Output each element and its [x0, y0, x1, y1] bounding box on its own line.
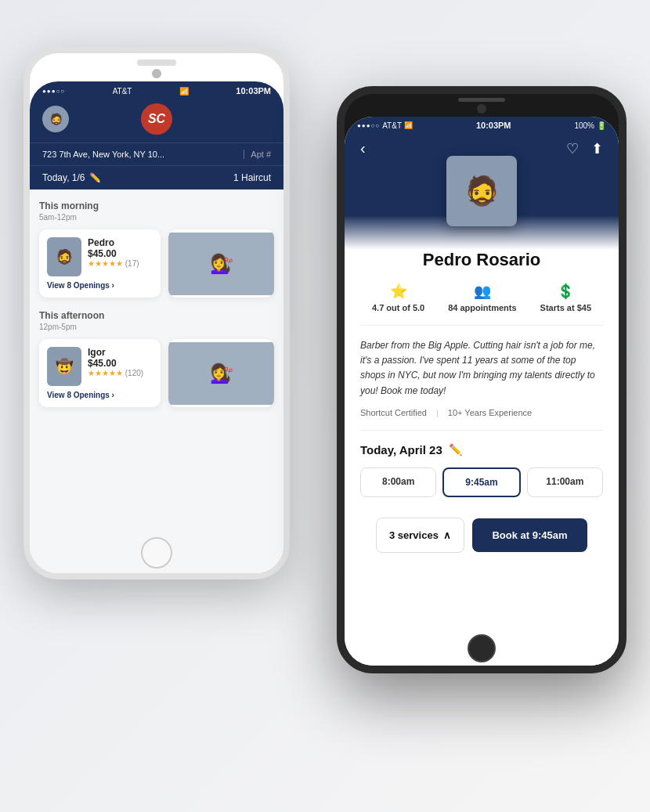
p2-star-icon: ⭐ — [390, 283, 407, 300]
p2-date-row: Today, April 23 ✏️ — [360, 443, 603, 457]
p2-price-value: Starts at $45 — [540, 303, 591, 312]
p2-price-icon: 💲 — [557, 283, 574, 300]
p1-user-avatar[interactable]: 🧔 — [42, 106, 69, 132]
p2-body: Pedro Rosario ⭐ 4.7 out of 5.0 👥 84 appo… — [345, 242, 619, 673]
p2-time: 10:03PM — [476, 121, 511, 130]
p1-igor-card[interactable]: 🤠 Igor $45.00 ★★★★★ (120) — [39, 339, 161, 407]
p2-share-icon[interactable]: ⬆ — [591, 140, 603, 157]
p2-rating-stat: ⭐ 4.7 out of 5.0 — [372, 283, 424, 312]
p2-time-slots: 8:00am 9:45am 11:00am — [360, 467, 603, 497]
p2-profile-photo: 🧔 — [446, 156, 517, 226]
p2-slot-11am[interactable]: 11:00am — [527, 467, 603, 497]
p1-afternoon-small-photo: 💇‍♀️ — [168, 342, 274, 405]
p1-street-address: 723 7th Ave, New York, NY 10... — [42, 150, 237, 159]
p1-pedro-card[interactable]: 🧔 Pedro $45.00 ★★★★★ (17) — [39, 229, 161, 298]
p2-rating-value: 4.7 out of 5.0 — [372, 303, 424, 312]
p1-afternoon-cards: 🤠 Igor $45.00 ★★★★★ (120) — [39, 339, 274, 407]
p1-address-bar[interactable]: 723 7th Ave, New York, NY 10... Apt # — [30, 143, 283, 165]
p2-services-button[interactable]: 3 services ∧ — [376, 518, 464, 553]
phone-2-screen: ●●●○○ AT&T 📶 10:03PM 100% 🔋 ‹ ♡ ⬆ — [345, 117, 619, 673]
p1-igor-info: Igor $45.00 ★★★★★ (120) — [88, 347, 153, 377]
p1-morning-sublabel: 5am-12pm — [39, 213, 274, 222]
p1-home-button[interactable] — [141, 537, 172, 568]
p2-edit-date-icon[interactable]: ✏️ — [449, 443, 462, 456]
p1-igor-openings-link[interactable]: View 8 Openings › — [47, 391, 153, 399]
phone-2: ●●●○○ AT&T 📶 10:03PM 100% 🔋 ‹ ♡ ⬆ — [337, 86, 627, 673]
p2-back-button[interactable]: ‹ — [360, 139, 366, 157]
p1-header: 🧔 SC — [30, 99, 283, 143]
p2-chevron-up-icon: ∧ — [443, 529, 451, 541]
p1-pedro-photo: 🧔 — [47, 237, 81, 276]
p1-afternoon-label: This afternoon — [39, 310, 274, 321]
p1-app-logo: SC — [141, 103, 172, 135]
p2-bio-text: Barber from the Big Apple. Cutting hair … — [360, 338, 603, 399]
p2-nav-actions: ♡ ⬆ — [566, 140, 603, 157]
p2-slot-8am[interactable]: 8:00am — [360, 467, 436, 497]
p1-body: This morning 5am-12pm 🧔 Pedro $45.00 ★★★… — [30, 189, 283, 579]
p2-appointments-icon: 👥 — [474, 283, 491, 300]
p1-status-bar: ●●●○○ AT&T 📶 10:03PM — [30, 81, 283, 99]
p2-appointments-value: 84 appointments — [448, 303, 516, 312]
p1-morning-cards: 🧔 Pedro $45.00 ★★★★★ (17) — [39, 229, 274, 298]
p1-pedro-name: Pedro — [88, 237, 153, 248]
p2-booking-date: Today, April 23 — [360, 443, 442, 457]
p1-igor-photo: 🤠 — [47, 347, 81, 386]
p1-pedro-info: Pedro $45.00 ★★★★★ (17) — [88, 237, 153, 268]
p1-pedro-openings-link[interactable]: View 8 Openings › — [47, 281, 153, 290]
p1-edit-date-icon[interactable]: ✏️ — [89, 172, 101, 183]
p2-experience-badge: 10+ Years Experience — [448, 408, 532, 417]
p1-morning-small-photo: 💇‍♀️ — [168, 233, 274, 295]
p2-price-stat: 💲 Starts at $45 — [540, 283, 591, 312]
p1-igor-price: $45.00 — [88, 358, 153, 369]
p1-morning-section: This morning 5am-12pm 🧔 Pedro $45.00 ★★★… — [39, 200, 274, 298]
p1-morning-card-small[interactable]: 💇‍♀️ — [168, 229, 274, 298]
p1-afternoon-sublabel: 12pm-5pm — [39, 323, 274, 331]
p1-signal-dots: ●●●○○ — [42, 88, 65, 95]
p1-date-bar: Today, 1/6 ✏️ 1 Haircut — [30, 165, 283, 189]
p2-carrier: AT&T — [382, 121, 402, 130]
p1-morning-label: This morning — [39, 200, 274, 211]
p2-services-label: 3 services — [389, 529, 439, 541]
p1-time: 10:03PM — [236, 86, 271, 96]
p2-hero: 🧔 — [345, 164, 619, 250]
p1-apt-field[interactable]: Apt # — [244, 150, 271, 159]
p2-battery-pct: 100% — [574, 121, 594, 130]
p2-stats-row: ⭐ 4.7 out of 5.0 👥 84 appointments 💲 Sta… — [360, 283, 603, 326]
p1-igor-name: Igor — [88, 347, 153, 358]
p1-pedro-price: $45.00 — [88, 248, 153, 259]
p2-home-button[interactable] — [468, 634, 496, 662]
p1-wifi-icon: 📶 — [179, 87, 189, 96]
p2-bottom-bar: 3 services ∧ Book at 9:45am — [360, 510, 603, 565]
p2-certified-badge: Shortcut Certified — [360, 408, 427, 417]
p1-afternoon-section: This afternoon 12pm-5pm 🤠 Igor $45.00 ★★… — [39, 310, 274, 407]
phone-1: ●●●○○ AT&T 📶 10:03PM 🧔 SC 723 7th Ave, N… — [23, 47, 290, 579]
p1-service-label: 1 Haircut — [233, 172, 271, 183]
p2-favorite-icon[interactable]: ♡ — [566, 140, 579, 157]
p2-wifi-icon: 📶 — [404, 121, 413, 129]
p2-slot-945am[interactable]: 9:45am — [442, 467, 520, 497]
p2-appointments-stat: 👥 84 appointments — [448, 283, 516, 312]
phone-1-screen: ●●●○○ AT&T 📶 10:03PM 🧔 SC 723 7th Ave, N… — [30, 81, 283, 579]
p2-barber-name: Pedro Rosario — [360, 250, 603, 270]
p1-date[interactable]: Today, 1/6 ✏️ — [42, 172, 101, 183]
p2-status-bar: ●●●○○ AT&T 📶 10:03PM 100% 🔋 — [345, 117, 619, 133]
p1-igor-stars: ★★★★★ (120) — [88, 369, 153, 377]
p1-carrier: AT&T — [113, 87, 132, 96]
p2-badges-row: Shortcut Certified | 10+ Years Experienc… — [360, 408, 603, 431]
p2-book-button[interactable]: Book at 9:45am — [472, 518, 587, 552]
p2-signal-dots: ●●●○○ — [357, 122, 380, 129]
p1-afternoon-card-small[interactable]: 💇‍♀️ — [168, 339, 274, 407]
p2-battery-icon: 🔋 — [597, 121, 606, 130]
p2-speaker — [458, 98, 505, 102]
p1-pedro-stars: ★★★★★ (17) — [88, 259, 153, 268]
scene: ●●●○○ AT&T 📶 10:03PM 🧔 SC 723 7th Ave, N… — [0, 0, 650, 812]
p2-badge-separator: | — [436, 408, 439, 417]
